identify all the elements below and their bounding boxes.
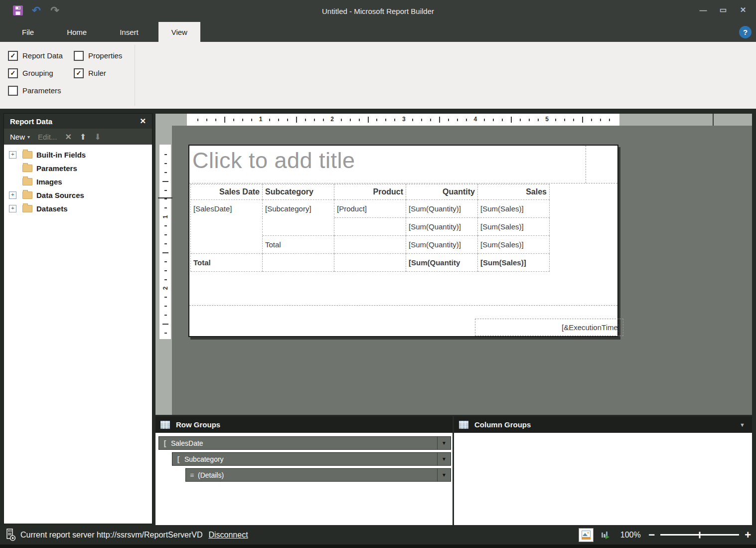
down-arrow-icon: ⬇ [94, 133, 101, 141]
table-cell[interactable] [191, 218, 263, 235]
save-button[interactable] [12, 4, 24, 16]
table-cell[interactable] [334, 236, 406, 254]
run-view-button[interactable] [599, 529, 612, 542]
delete-button[interactable]: ✕ [65, 132, 71, 142]
table-cell[interactable]: [Sum(Quantity)] [406, 218, 478, 236]
tree-item-data-sources[interactable]: + Data Sources [4, 188, 152, 202]
tab-home[interactable]: Home [54, 22, 100, 42]
tree-item-images[interactable]: + Images [4, 175, 152, 188]
checkbox-properties[interactable]: ✓ Properties [74, 51, 122, 61]
table-cell[interactable]: [Sum(Quantity [406, 254, 478, 272]
table-cell[interactable]: [Sum(Sales)] [478, 218, 550, 236]
table-cell[interactable]: [Sum(Quantity)] [406, 236, 478, 254]
tab-insert[interactable]: Insert [107, 22, 151, 42]
checkbox-ruler[interactable]: ✓ Ruler [74, 68, 122, 78]
checkbox-box[interactable]: ✓ [8, 51, 18, 61]
checkbox-label: Ruler [88, 69, 106, 77]
table-cell[interactable]: [Sum(Quantity)] [406, 200, 478, 218]
table-header-cell[interactable]: Quantity [406, 184, 478, 200]
ribbon-group-separator [135, 45, 135, 106]
undo-icon: ↶ [32, 4, 41, 16]
table-header-cell[interactable]: Sales [478, 184, 550, 200]
checkbox-label: Grouping [22, 69, 53, 77]
tree-item-parameters[interactable]: + Parameters [4, 162, 152, 175]
row-group-subcategory[interactable]: [ Subcategory ▼ [172, 452, 451, 466]
close-button[interactable]: ✕ [737, 3, 749, 17]
tab-home-label: Home [67, 28, 87, 36]
table-cell[interactable]: Total [263, 236, 334, 254]
table-cell[interactable] [334, 218, 406, 236]
checkbox-box[interactable]: ✓ [8, 68, 18, 78]
panel-close-button[interactable]: ✕ [140, 117, 146, 126]
folder-icon [22, 205, 32, 212]
expand-icon[interactable]: + [9, 151, 16, 159]
table-cell[interactable]: [Sum(Sales)] [478, 254, 550, 272]
horizontal-ruler-strip: 12345 [155, 114, 752, 126]
report-canvas[interactable]: Click to add title Sales Date Subcategor… [188, 145, 618, 337]
table-cell[interactable] [263, 254, 334, 272]
tree-item-built-in-fields[interactable]: + Built-in Fields [4, 148, 152, 162]
tab-view-label: View [171, 28, 187, 36]
execution-time-textbox[interactable]: [&ExecutionTime] [475, 319, 623, 336]
table-cell[interactable] [263, 218, 334, 236]
page-footer-separator [189, 305, 617, 306]
zoom-level: 100% [618, 531, 643, 540]
maximize-button[interactable]: ▭ [717, 3, 729, 17]
checkbox-box[interactable]: ✓ [8, 86, 18, 96]
checkbox-box[interactable]: ✓ [74, 68, 84, 78]
move-up-button[interactable]: ⬆ [80, 132, 86, 142]
expand-icon[interactable]: + [9, 191, 16, 199]
row-group-salesdate[interactable]: [ SalesDate ▼ [158, 436, 451, 450]
group-dropdown-button[interactable]: ▼ [437, 437, 451, 449]
table-cell[interactable]: [Product] [334, 200, 406, 218]
table-header-cell[interactable]: Sales Date [191, 184, 263, 200]
checkbox-box[interactable]: ✓ [74, 51, 84, 61]
checkbox-report-data[interactable]: ✓ Report Data [8, 51, 74, 61]
column-groups-menu-button[interactable]: ▼ [740, 422, 747, 428]
tab-view[interactable]: View [158, 22, 200, 42]
minimize-button[interactable]: — [697, 3, 709, 17]
checkbox-parameters[interactable]: ✓ Parameters [8, 86, 74, 96]
table-header-cell[interactable]: Product [334, 184, 406, 200]
redo-button[interactable]: ↷ [49, 4, 61, 16]
zoom-out-button[interactable]: − [648, 529, 655, 542]
checkbox-label: Parameters [22, 86, 61, 95]
new-button[interactable]: New ▾ [10, 133, 30, 141]
save-icon [13, 5, 23, 15]
edit-button[interactable]: Edit... [38, 133, 57, 141]
report-data-toolbar: New ▾ Edit... ✕ ⬆ ⬇ [4, 129, 152, 145]
table-header-cell[interactable]: Subcategory [263, 184, 334, 200]
table-cell[interactable] [334, 254, 406, 272]
group-dropdown-button[interactable]: ▼ [437, 453, 451, 465]
expand-icon[interactable]: + [9, 205, 16, 212]
quick-access-toolbar: ↶ ↷ [12, 4, 61, 16]
zoom-in-button[interactable]: + [745, 529, 751, 542]
table-cell[interactable]: [SalesDate] [191, 200, 263, 217]
zoom-slider-thumb[interactable] [699, 532, 701, 538]
folder-icon [22, 151, 32, 159]
tree-item-label: Datasets [36, 204, 68, 213]
table-cell[interactable]: [Sum(Sales)] [478, 200, 550, 218]
checkbox-label: Properties [88, 51, 122, 60]
group-dropdown-button[interactable]: ▼ [437, 469, 451, 481]
disconnect-link[interactable]: Disconnect [208, 531, 248, 540]
check-icon: ✓ [10, 69, 16, 77]
help-button[interactable]: ? [739, 26, 752, 38]
row-groups-title: Row Groups [176, 420, 220, 429]
column-groups-header: Column Groups ▼ [454, 416, 752, 433]
table-cell[interactable] [191, 236, 263, 254]
report-title-placeholder[interactable]: Click to add title [192, 148, 355, 174]
checkbox-grouping[interactable]: ✓ Grouping [8, 68, 74, 78]
design-view-button[interactable] [579, 529, 593, 542]
tree-item-datasets[interactable]: + Datasets [4, 202, 152, 215]
row-group-details[interactable]: ≡ (Details) ▼ [185, 468, 451, 482]
move-down-button[interactable]: ⬇ [94, 132, 101, 142]
zoom-slider[interactable] [660, 534, 739, 536]
report-data-panel: Report Data ✕ New ▾ Edit... ✕ ⬆ ⬇ + Buil… [4, 114, 152, 524]
tab-file[interactable]: File [9, 22, 47, 42]
table-cell[interactable]: [Subcategory] [263, 200, 334, 217]
undo-button[interactable]: ↶ [30, 4, 42, 16]
table-cell[interactable]: Total [191, 254, 263, 272]
row-groups-header: Row Groups [155, 416, 453, 433]
table-cell[interactable]: [Sum(Sales)] [478, 236, 550, 254]
